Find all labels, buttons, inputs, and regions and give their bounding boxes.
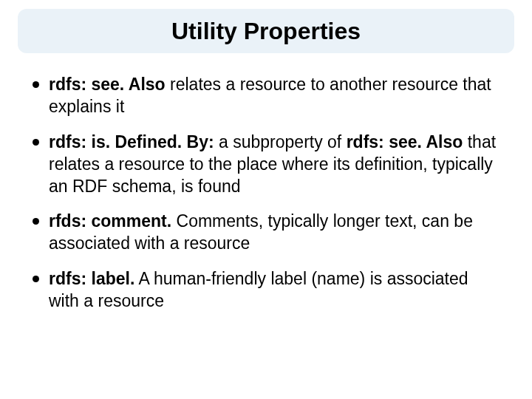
list-item: rdfs: label. A human-friendly label (nam… bbox=[30, 268, 502, 313]
title-container: Utility Properties bbox=[18, 9, 514, 53]
list-item: rdfs: is. Defined. By: a subproperty of … bbox=[30, 132, 502, 198]
slide-title: Utility Properties bbox=[171, 18, 361, 45]
term-bold: rdfs: is. Defined. By: bbox=[49, 132, 214, 151]
bullet-list: rdfs: see. Also relates a resource to an… bbox=[30, 74, 502, 313]
term-bold: rdfs: label. bbox=[49, 269, 134, 288]
term-bold: rdfs: see. Also bbox=[347, 132, 463, 151]
term-bold: rdfs: see. Also bbox=[49, 75, 166, 94]
term-text: a subproperty of bbox=[214, 132, 347, 151]
term-bold: rfds: comment. bbox=[49, 211, 171, 231]
list-item: rfds: comment. Comments, typically longe… bbox=[30, 211, 502, 255]
list-item: rdfs: see. Also relates a resource to an… bbox=[30, 74, 502, 118]
content-area: rdfs: see. Also relates a resource to an… bbox=[30, 74, 502, 326]
slide: Utility Properties rdfs: see. Also relat… bbox=[0, 0, 532, 399]
